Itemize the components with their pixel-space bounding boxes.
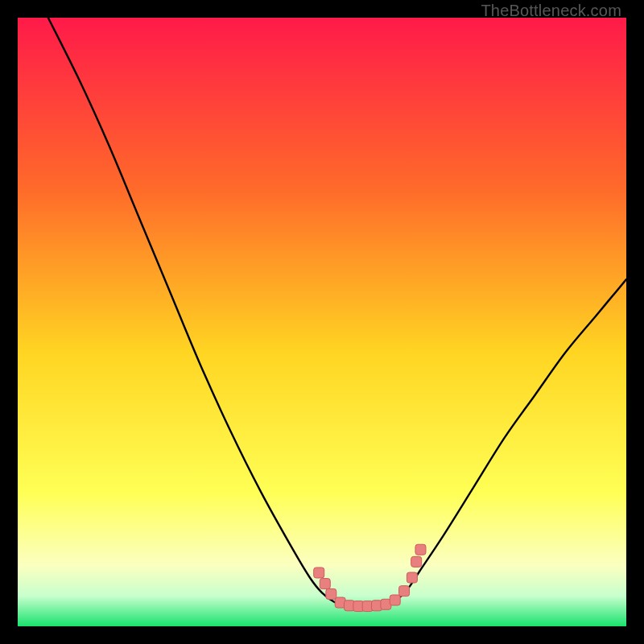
curve-marker: [314, 568, 324, 578]
curve-marker: [399, 586, 410, 597]
watermark-text: TheBottleneck.com: [481, 2, 621, 20]
curve-marker: [407, 572, 417, 583]
curve-marker: [320, 579, 330, 589]
gradient-background: [18, 18, 626, 626]
plot-area: [18, 18, 626, 626]
bottleneck-curve-chart: [18, 18, 626, 626]
outer-frame: TheBottleneck.com: [0, 0, 644, 644]
curve-marker: [326, 588, 336, 599]
curve-marker: [390, 595, 400, 605]
curve-marker: [411, 556, 422, 567]
curve-marker: [415, 544, 426, 555]
